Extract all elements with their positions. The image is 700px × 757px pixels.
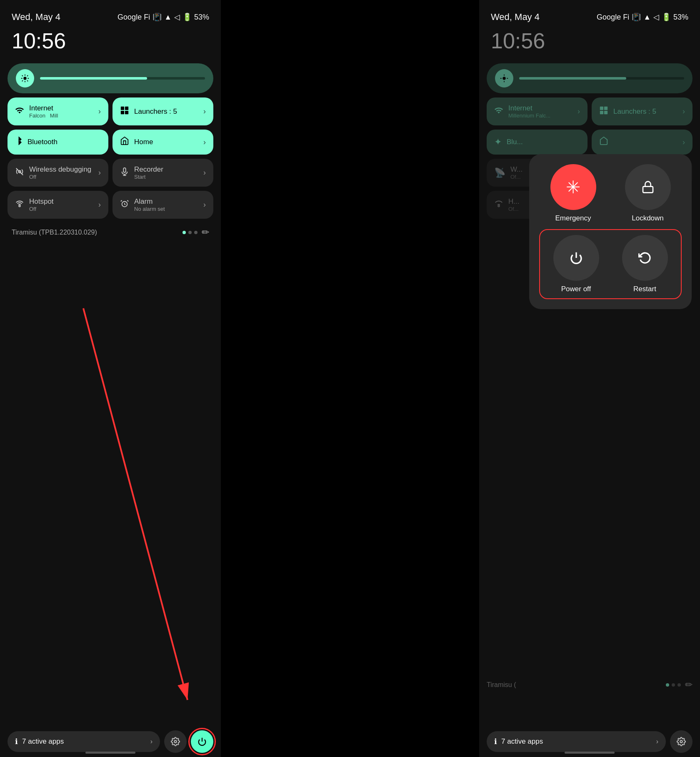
- internet-tile-text: Internet Falcon Mill: [29, 104, 93, 119]
- svg-point-17: [19, 205, 20, 207]
- brightness-row-left[interactable]: [8, 63, 213, 93]
- emergency-btn[interactable]: ✳ Emergency: [539, 164, 607, 222]
- launchers-arrow: ›: [203, 107, 206, 116]
- internet-tile-text-right: Internet Millennium Falc...: [508, 104, 572, 119]
- wireless-debug-label: Wireless debugging: [29, 165, 93, 174]
- launchers-label-right: Launchers : 5: [613, 107, 678, 116]
- tile-recorder[interactable]: Recorder Start ›: [112, 159, 213, 187]
- svg-line-8: [22, 80, 23, 81]
- tile-home-right[interactable]: ›: [592, 130, 692, 155]
- power-btn-left[interactable]: [191, 730, 213, 753]
- hotspot-icon: [15, 199, 24, 211]
- wireless-debug-icon: [15, 167, 24, 179]
- signal-icon: ◁: [174, 12, 180, 22]
- svg-rect-11: [121, 110, 124, 114]
- poweroff-circle: [553, 235, 599, 281]
- tile-internet-right[interactable]: Internet Millennium Falc... ›: [487, 97, 588, 125]
- bluetooth-label: Bluetooth: [28, 138, 101, 146]
- edit-icon-right[interactable]: ✏: [685, 680, 692, 690]
- time-right: 10:56: [491, 29, 545, 53]
- home-icon: [120, 136, 129, 148]
- home-icon-right: [599, 136, 608, 148]
- active-apps-label-left: 7 active apps: [22, 737, 146, 746]
- svg-point-32: [498, 205, 500, 207]
- svg-point-0: [23, 77, 26, 80]
- tile-launchers[interactable]: Launchers : 5 ›: [112, 97, 213, 125]
- lockdown-btn[interactable]: Lockdown: [614, 164, 682, 222]
- svg-rect-14: [123, 167, 126, 172]
- brightness-slider-left[interactable]: [40, 77, 205, 80]
- carrier-right: Google Fi: [597, 13, 629, 22]
- tile-bluetooth[interactable]: Bluetooth: [8, 130, 108, 155]
- brightness-row-right[interactable]: [487, 63, 692, 93]
- bluetooth-tile-text-right: Blu...: [507, 138, 580, 146]
- brightness-icon-right: [495, 69, 513, 87]
- tile-alarm[interactable]: Alarm No alarm set ›: [112, 191, 213, 219]
- bluetooth-icon: [15, 136, 22, 148]
- dot-1: [182, 231, 186, 234]
- svg-rect-10: [125, 106, 128, 110]
- battery-icon-right: 🔋: [662, 12, 671, 22]
- settings-btn-left[interactable]: [164, 730, 187, 753]
- home-label: Home: [134, 138, 198, 146]
- dot-r3: [678, 683, 681, 687]
- svg-point-21: [174, 740, 177, 743]
- launchers-tile-text-right: Launchers : 5: [613, 107, 678, 116]
- launchers-label: Launchers : 5: [134, 107, 198, 116]
- wifi-icon-right: [494, 106, 503, 117]
- brightness-slider-right[interactable]: [519, 77, 684, 80]
- tile-bluetooth-right[interactable]: ✦ Blu...: [487, 130, 588, 155]
- tile-internet[interactable]: Internet Falcon Mill ›: [8, 97, 108, 125]
- bluetooth-label-right: Blu...: [507, 138, 580, 146]
- left-panel: Wed, May 4 Google Fi 📳 ▲ ◁ 🔋 53% 10:56: [0, 0, 221, 757]
- tile-hotspot[interactable]: Hotspot Off ›: [8, 191, 108, 219]
- status-right-right: Google Fi 📳 ▲ ◁ 🔋 53%: [597, 12, 688, 22]
- launchers-tile-text: Launchers : 5: [134, 107, 198, 116]
- power-menu-bottom-row: Power off Restart: [539, 229, 682, 299]
- wireless-debug-icon-right: 📡: [494, 167, 505, 178]
- carrier-left: Google Fi: [118, 13, 150, 22]
- alarm-icon: [120, 199, 129, 211]
- bluetooth-tile-text: Bluetooth: [28, 138, 101, 146]
- home-indicator-right: [565, 752, 615, 754]
- svg-rect-33: [643, 187, 653, 193]
- date-right: Wed, May 4: [491, 12, 540, 22]
- dot-r2: [672, 683, 675, 687]
- svg-rect-28: [600, 106, 603, 110]
- active-apps-btn-left[interactable]: ℹ 7 active apps ›: [8, 731, 160, 752]
- active-apps-btn-right[interactable]: ℹ 7 active apps ›: [487, 731, 666, 752]
- bluetooth-icon-right: ✦: [494, 137, 502, 147]
- edit-icon-left[interactable]: ✏: [202, 227, 209, 238]
- hotspot-icon-right: [494, 199, 503, 211]
- recorder-sublabel: Start: [134, 174, 198, 180]
- tile-home[interactable]: Home ›: [112, 130, 213, 155]
- power-menu-overlay: ✳ Emergency Lockdown: [529, 154, 692, 309]
- restart-btn[interactable]: Restart: [614, 235, 676, 293]
- status-bar-left: Wed, May 4 Google Fi 📳 ▲ ◁ 🔋 53%: [8, 0, 213, 27]
- wifi-icon: [15, 106, 24, 117]
- settings-btn-right[interactable]: [670, 730, 692, 753]
- alarm-tile-text: Alarm No alarm set: [134, 197, 198, 212]
- poweroff-label: Power off: [561, 285, 591, 293]
- lockdown-circle: [625, 164, 671, 210]
- tile-wireless-debug[interactable]: Wireless debugging Off ›: [8, 159, 108, 187]
- tiles-grid-left: Internet Falcon Mill › Launchers : 5 ›: [8, 97, 213, 219]
- brightness-fill-right: [519, 77, 626, 80]
- svg-rect-29: [604, 106, 608, 110]
- alarm-label: Alarm: [134, 197, 198, 206]
- svg-point-23: [502, 77, 505, 80]
- wireless-debug-tile-text: Wireless debugging Off: [29, 165, 93, 180]
- launchers-icon-right: [599, 106, 608, 117]
- page-dots-left: [182, 231, 198, 234]
- launchers-arrow-right: ›: [682, 107, 685, 116]
- svg-line-5: [22, 75, 23, 76]
- internet-sublabel: Falcon Mill: [29, 112, 93, 119]
- wireless-debug-arrow: ›: [98, 168, 101, 177]
- home-arrow-right: ›: [682, 138, 685, 147]
- poweroff-btn[interactable]: Power off: [545, 235, 607, 293]
- restart-label: Restart: [633, 285, 656, 293]
- vibrate-icon: 📳: [152, 12, 162, 22]
- wifi-status-icon-right: ▲: [643, 13, 651, 22]
- tile-launchers-right[interactable]: Launchers : 5 ›: [592, 97, 692, 125]
- bottom-bar-left: ℹ 7 active apps ›: [8, 730, 213, 753]
